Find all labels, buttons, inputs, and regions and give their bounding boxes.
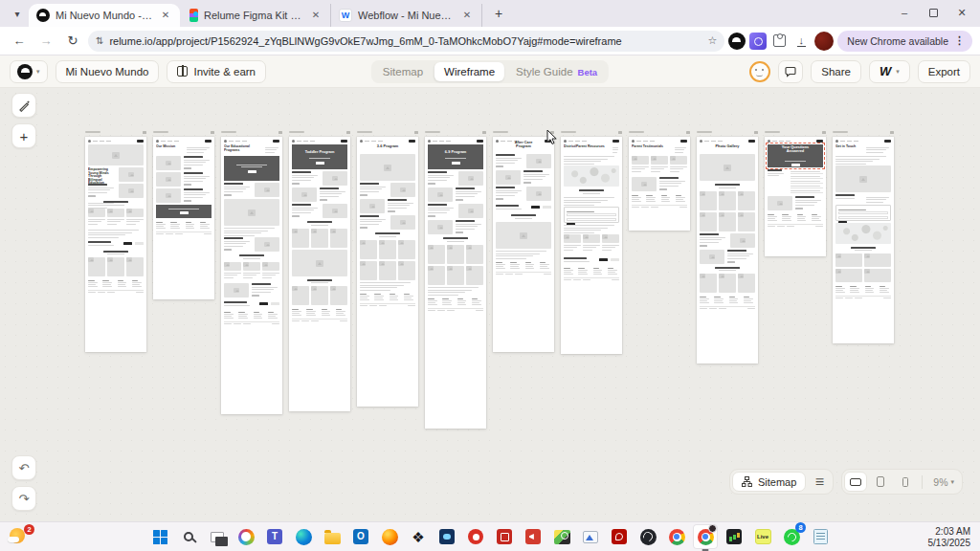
tab-sitemap[interactable]: Sitemap xyxy=(373,62,433,81)
wireframe-page-8[interactable]: District/Parent Resources xyxy=(561,137,622,354)
page-name-label[interactable] xyxy=(425,130,486,134)
taskbar-icon-obs[interactable] xyxy=(635,524,660,549)
taskbar-clock[interactable]: 2:03 AM 5/13/2025 xyxy=(928,522,971,551)
page-name-label[interactable] xyxy=(833,130,894,134)
page-name-label[interactable] xyxy=(357,130,418,134)
new-chrome-available-button[interactable]: New Chrome available ⋮ xyxy=(837,31,972,52)
taskbar-icon-start[interactable] xyxy=(147,524,172,549)
page-name-label[interactable] xyxy=(289,130,350,134)
window-close-button[interactable]: ✕ xyxy=(947,0,976,25)
taskbar-icon-app-red-circle[interactable] xyxy=(463,524,488,549)
taskbar-icon-analytics[interactable] xyxy=(722,524,746,549)
browser-profile-avatar[interactable] xyxy=(814,32,834,51)
tab-close-icon[interactable]: ✕ xyxy=(309,9,323,22)
new-tab-button[interactable]: + xyxy=(488,3,509,24)
relume-favicon-icon xyxy=(36,9,50,22)
taskbar-icon-copilot[interactable] xyxy=(234,524,258,549)
window-maximize-button[interactable] xyxy=(919,0,947,25)
tab-wireframe[interactable]: Wireframe xyxy=(434,62,504,81)
address-bar[interactable]: ⇅ relume.io/app/project/P1562924_zYqBLlN… xyxy=(88,31,724,52)
taskbar-icon-teams[interactable]: T xyxy=(262,524,287,549)
taskbar-icon-firefox[interactable] xyxy=(377,524,402,549)
page-name-label[interactable] xyxy=(697,130,758,134)
taskbar-icon-edge[interactable] xyxy=(291,524,316,549)
page-name-label[interactable] xyxy=(85,130,146,134)
downloads-icon[interactable]: ↓ xyxy=(791,35,811,47)
comments-button[interactable] xyxy=(778,60,803,83)
wireframe-canvas[interactable]: + ↶ ↷ Empowering Young Minds Through Bil… xyxy=(0,88,980,521)
purple-extension-icon[interactable] xyxy=(749,33,767,50)
page-name-label[interactable] xyxy=(221,130,282,134)
wireframe-page-10[interactable]: Photo Gallery xyxy=(697,137,758,364)
wireframe-page-9[interactable]: Parent Testimonials xyxy=(629,137,690,231)
tab-search-chevron-icon[interactable]: ▾ xyxy=(6,2,29,25)
add-page-button[interactable]: + xyxy=(11,123,36,148)
reload-button[interactable]: ↻ xyxy=(61,30,84,53)
ai-wand-button[interactable] xyxy=(11,93,36,118)
page-name-label[interactable] xyxy=(561,130,622,134)
browser-tab-figma[interactable]: Relume Figma Kit (v3.0) (Comm ✕ xyxy=(180,4,331,27)
wireframe-page-3[interactable]: Our Educational Programs xyxy=(221,137,282,414)
taskbar-icon-search[interactable] xyxy=(176,524,201,549)
wireframe-page-2[interactable]: Our Mission xyxy=(153,137,214,299)
page-name-label[interactable] xyxy=(765,130,826,134)
page-name-label[interactable] xyxy=(153,130,214,134)
taskbar-icon-chrome-active[interactable] xyxy=(693,524,718,549)
browser-menu-kebab-icon[interactable]: ⋮ xyxy=(954,34,965,47)
taskbar-icon-dropbox[interactable]: ❖ xyxy=(406,524,431,549)
tab-style-guide[interactable]: Style Guide Beta xyxy=(506,62,607,81)
bookmark-star-icon[interactable]: ☆ xyxy=(707,34,717,47)
taskbar-icon-color-picker[interactable] xyxy=(549,524,574,549)
browser-tab-active[interactable]: Mi Nuevo Mundo - Relume ✕ xyxy=(29,4,180,27)
url-text[interactable]: relume.io/app/project/P1562924_zYqBLlNWg… xyxy=(109,35,702,47)
project-name-button[interactable]: Mi Nuevo Mundo xyxy=(56,60,160,83)
mobile-view-button[interactable] xyxy=(894,472,917,492)
wireframe-large-image xyxy=(292,250,347,276)
workspace-logo-button[interactable]: ▾ xyxy=(10,60,48,83)
wireframe-page-7[interactable]: After Care Program xyxy=(493,137,554,352)
window-minimize-button[interactable]: – xyxy=(890,0,919,25)
site-settings-icon[interactable]: ⇅ xyxy=(96,35,103,46)
forward-button[interactable]: → xyxy=(34,30,57,53)
share-button[interactable]: Share xyxy=(811,60,861,83)
taskbar-icon-outlook[interactable]: O xyxy=(348,524,373,549)
taskbar-weather-widget[interactable]: 2 xyxy=(8,524,36,549)
back-button[interactable]: ← xyxy=(8,30,31,53)
back-to-sitemap-button[interactable]: Sitemap xyxy=(732,472,806,492)
browser-tab-webflow[interactable]: W Webflow - Mi Nuevo Mundo ✕ xyxy=(331,4,482,27)
taskbar-icon-task-view[interactable] xyxy=(205,524,230,549)
taskbar-icon-app-red-megaphone[interactable] xyxy=(521,524,546,549)
taskbar-icon-live[interactable]: Live xyxy=(750,524,775,549)
wireframe-page-12[interactable]: Get in Touch xyxy=(833,137,894,343)
redo-button[interactable]: ↷ xyxy=(11,486,36,511)
taskbar-icon-photos[interactable] xyxy=(578,524,603,549)
list-view-icon[interactable]: ≡ xyxy=(808,472,831,492)
invite-earn-button[interactable]: Invite & earn xyxy=(167,60,266,83)
tablet-view-button[interactable] xyxy=(869,472,892,492)
wireframe-page-4[interactable]: Toddler Program xyxy=(289,137,350,411)
taskbar-icon-notes[interactable] xyxy=(808,524,833,549)
tab-close-icon[interactable]: ✕ xyxy=(159,9,172,22)
extensions-puzzle-icon[interactable] xyxy=(770,33,788,50)
zoom-level-dropdown[interactable]: 9% ▾ xyxy=(927,476,960,488)
page-name-label[interactable] xyxy=(493,130,554,134)
webflow-export-dropdown[interactable]: W ▾ xyxy=(869,60,910,83)
taskbar-icon-file-explorer[interactable] xyxy=(320,524,345,549)
wireframe-page-6[interactable]: 6-9 Program xyxy=(425,137,486,429)
taskbar-icon-acrobat[interactable] xyxy=(607,524,632,549)
taskbar-icon-app-navy[interactable] xyxy=(434,524,459,549)
wireframe-page-1[interactable]: Empowering Young Minds Through Bilingual… xyxy=(85,137,146,352)
desktop-view-button[interactable] xyxy=(844,472,867,492)
taskbar-icon-app-red-grid[interactable] xyxy=(492,524,517,549)
relume-extension-icon[interactable] xyxy=(728,33,746,50)
wireframe-page-5[interactable]: 3-6 Program xyxy=(357,137,418,407)
user-avatar[interactable] xyxy=(749,61,770,82)
taskbar-icon-whatsapp[interactable]: 8 xyxy=(779,524,804,549)
browser-toolbar: ← → ↻ ⇅ relume.io/app/project/P1562924_z… xyxy=(0,27,980,55)
export-button[interactable]: Export xyxy=(918,60,970,83)
undo-button[interactable]: ↶ xyxy=(11,455,36,480)
page-name-label[interactable] xyxy=(629,130,690,134)
wireframe-page-11[interactable]: Your Questions Answered xyxy=(765,137,826,256)
taskbar-icon-chrome[interactable] xyxy=(664,524,689,549)
tab-close-icon[interactable]: ✕ xyxy=(460,9,474,22)
